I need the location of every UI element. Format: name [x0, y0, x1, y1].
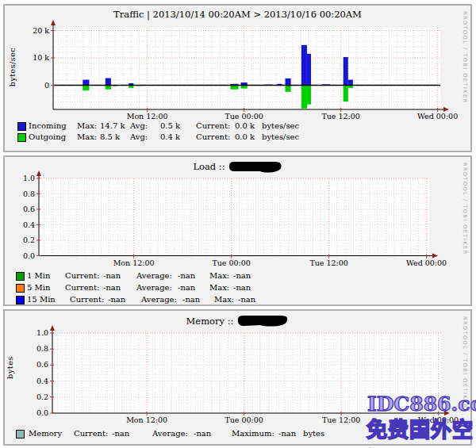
site-watermark-slogan: 免费国外空间 — [367, 413, 476, 448]
load-5min-current-value: -nan — [103, 283, 121, 292]
load-5min-label: 5 Min — [27, 283, 50, 292]
incoming-max-value: 14.7 k — [100, 121, 125, 130]
outgoing-bar — [83, 86, 89, 91]
svg-text:0.0: 0.0 — [23, 251, 35, 260]
incoming-bar — [344, 57, 348, 86]
svg-text:Wed 00:00: Wed 00:00 — [406, 258, 447, 267]
rrdtool-watermark: RRDTOOL / TOBI OETIKER — [462, 163, 468, 255]
memory-unit: bytes — [303, 429, 324, 438]
load-1min-label: 1 Min — [27, 271, 50, 280]
memory-average-label: Average: — [152, 429, 188, 438]
svg-text:20 k: 20 k — [33, 26, 49, 35]
svg-text:0.2: 0.2 — [36, 392, 48, 401]
outgoing-bar — [301, 86, 307, 109]
memory-average-value: -nan — [194, 429, 211, 438]
load-15min-swatch-icon — [16, 296, 25, 304]
svg-text:1.0: 1.0 — [23, 174, 35, 182]
load-15min-label: 15 Min — [27, 295, 56, 304]
svg-text:Mon 12:00: Mon 12:00 — [113, 258, 155, 267]
svg-text:0.8: 0.8 — [23, 190, 35, 198]
load-15min-average-label: Average: — [141, 295, 177, 304]
memory-maximum-value: -nan — [278, 429, 296, 438]
incoming-avg-label: Avg: — [130, 121, 148, 130]
load-legend-5min: 5 Min Current: -nan Average: -nan Max: -… — [5, 283, 470, 293]
outgoing-max-label: Max: — [77, 132, 97, 141]
load-graph-panel: Load :: 1.00.80.60.40.20.0Mon 12:00Tue 0… — [3, 155, 472, 306]
outgoing-bar — [307, 86, 311, 105]
svg-text:Mon 12:00: Mon 12:00 — [126, 415, 167, 424]
traffic-graph-panel: Traffic | 2013/10/14 00:20AM > 2013/10/1… — [3, 4, 472, 152]
svg-text:Tue 00:00: Tue 00:00 — [212, 258, 250, 267]
y-axis-arrow — [51, 20, 56, 25]
outgoing-bar — [285, 86, 290, 92]
svg-text:Mon 12:00: Mon 12:00 — [127, 112, 168, 121]
memory-current-value: -nan — [112, 429, 129, 438]
load-15min-current-label: Current: — [70, 295, 104, 304]
svg-text:0.0: 0.0 — [36, 408, 48, 417]
memory-maximum-label: Maximum: — [232, 429, 274, 438]
svg-text:Tue 00:00: Tue 00:00 — [225, 415, 263, 424]
load-1min-current-label: Current: — [65, 271, 99, 280]
load-15min-current-value: -nan — [108, 295, 125, 304]
svg-text:Tue 00:00: Tue 00:00 — [225, 112, 263, 121]
svg-text:0.6: 0.6 — [36, 360, 48, 369]
load-5min-average-value: -nan — [178, 283, 195, 292]
incoming-current-value: 0.0 k — [235, 121, 255, 130]
load-5min-swatch-icon — [16, 284, 25, 293]
incoming-max-label: Max: — [77, 121, 97, 130]
memory-swatch-icon — [16, 430, 25, 438]
load-5min-current-label: Current: — [65, 283, 99, 292]
svg-text:Tue 12:00: Tue 12:00 — [322, 415, 360, 424]
outgoing-max-value: 8.5 k — [100, 132, 120, 141]
load-15min-max-value: -nan — [238, 295, 255, 304]
memory-label: Memory — [29, 429, 62, 438]
y-axis-arrow — [50, 325, 55, 331]
load-5min-max-value: -nan — [233, 283, 251, 292]
load-legend-1min: 1 Min Current: -nan Average: -nan Max: -… — [5, 271, 470, 281]
incoming-label: Incoming — [29, 121, 67, 130]
y-axis-arrow — [36, 170, 41, 176]
svg-text:10 k: 10 k — [33, 53, 49, 62]
incoming-bar — [83, 80, 89, 86]
incoming-swatch-icon — [17, 122, 26, 131]
outgoing-avg-label: Avg: — [130, 132, 148, 141]
outgoing-label: Outgoing — [29, 132, 66, 141]
load-5min-average-label: Average: — [136, 283, 172, 292]
outgoing-current-value: 0.0 k — [235, 132, 255, 141]
traffic-legend-incoming: Incoming Max: 14.7 k Avg: 0.5 k Current:… — [5, 121, 470, 132]
incoming-bar — [301, 45, 307, 86]
load-5min-max-label: Max: — [209, 283, 229, 292]
graphs-page: Traffic | 2013/10/14 00:20AM > 2013/10/1… — [0, 0, 476, 448]
outgoing-current-label: Current: — [196, 132, 230, 141]
incoming-bar — [348, 80, 353, 86]
svg-text:0.4: 0.4 — [23, 220, 35, 229]
svg-text:0.2: 0.2 — [23, 235, 35, 244]
load-1min-max-label: Max: — [209, 271, 229, 280]
incoming-unit: bytes/sec — [262, 121, 299, 130]
svg-text:0.8: 0.8 — [36, 344, 48, 353]
incoming-avg-value: 0.5 k — [160, 121, 180, 130]
plot-area — [39, 178, 429, 256]
traffic-legend-outgoing: Outgoing Max: 8.5 k Avg: 0.4 k Current: … — [5, 132, 470, 143]
incoming-bar — [285, 78, 290, 86]
svg-text:0: 0 — [44, 81, 49, 90]
outgoing-bar — [106, 86, 111, 90]
load-15min-max-label: Max: — [214, 295, 234, 304]
load-1min-current-value: -nan — [103, 271, 121, 280]
outgoing-bar — [344, 86, 348, 102]
rrdtool-watermark: RRDTOOL / TOBI OETIKER — [462, 11, 468, 104]
outgoing-unit: bytes/sec — [262, 132, 299, 141]
load-1min-swatch-icon — [16, 272, 25, 281]
load-legend-15min: 15 Min Current: -nan Average: -nan Max: … — [5, 295, 470, 304]
incoming-current-label: Current: — [196, 121, 230, 130]
outgoing-bar — [230, 86, 238, 90]
svg-text:0.6: 0.6 — [23, 205, 35, 213]
outgoing-avg-value: 0.4 k — [160, 132, 180, 141]
load-15min-average-value: -nan — [182, 295, 200, 304]
load-1min-max-value: -nan — [233, 271, 251, 280]
site-watermark-domain: IDC886.com — [367, 392, 476, 415]
svg-text:1.0: 1.0 — [36, 328, 48, 337]
svg-text:0.4: 0.4 — [36, 377, 48, 385]
load-1min-average-value: -nan — [178, 271, 195, 280]
incoming-bar — [106, 78, 111, 86]
